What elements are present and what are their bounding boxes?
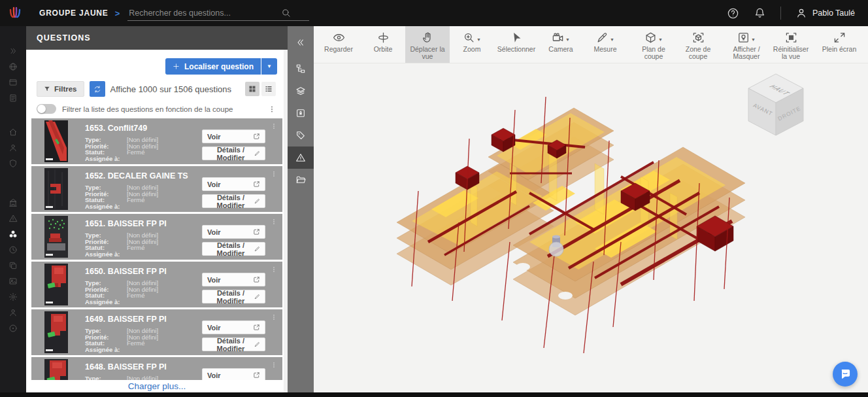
- question-thumbnail: [44, 359, 68, 380]
- question-card[interactable]: 1652. DECALER GAINE TS Type:[Non défini]…: [31, 166, 282, 212]
- circle-dot-icon: [8, 324, 18, 333]
- strip-item-lock-box[interactable]: [288, 102, 314, 124]
- navigation-cube[interactable]: HAUT AVANT DROITE: [748, 74, 803, 135]
- question-fields: Type:[Non défini] Priorité:[Non défini] …: [85, 184, 188, 209]
- toolbar-measure[interactable]: ▼Mesure: [583, 26, 627, 63]
- sidebar-item-cubes[interactable]: [0, 226, 26, 242]
- question-fields: Type:[Non défini] Priorité:[Non défini] …: [85, 375, 167, 380]
- user-icon: [795, 7, 807, 19]
- list-view-button[interactable]: [261, 82, 276, 96]
- group-name[interactable]: GROUPE JAUNE: [39, 9, 108, 18]
- sidebar-item-bank[interactable]: [0, 195, 26, 211]
- strip-item-warning[interactable]: [288, 147, 314, 169]
- view-question-button[interactable]: Voir: [202, 273, 265, 286]
- app-logo: [0, 5, 30, 22]
- strip-item-folder[interactable]: [288, 169, 314, 191]
- card-kebab-icon[interactable]: [271, 170, 277, 178]
- sidebar-item-warning[interactable]: [0, 211, 26, 226]
- strip-item-collapse-left[interactable]: [288, 31, 314, 54]
- toolbar-gear[interactable]: Options: [861, 26, 868, 63]
- view-question-button[interactable]: Voir: [202, 177, 265, 191]
- load-more-link[interactable]: Charger plus...: [31, 380, 282, 392]
- top-bar: GROUPE JAUNE > Pablo Taulé: [0, 0, 868, 26]
- toolbar-reset-view[interactable]: Réinitialiser la vue: [769, 26, 813, 63]
- sidebar-item-home[interactable]: [0, 124, 26, 140]
- section-box-icon: [692, 31, 705, 44]
- toolbar-hand[interactable]: Déplacer la vue: [405, 26, 450, 63]
- topbar-divider: [780, 7, 781, 20]
- strip-item-layers[interactable]: [288, 80, 314, 102]
- breadcrumb-chevron-icon: >: [115, 9, 120, 18]
- toolbar-label: Zone de coupe: [680, 46, 716, 60]
- sidebar-item-copy[interactable]: [0, 258, 26, 273]
- toolbar-section-box[interactable]: Zone de coupe: [676, 26, 720, 63]
- question-card[interactable]: 1653. Conflit749 Type:[Non défini] Prior…: [31, 118, 282, 164]
- toolbar-eye[interactable]: Regarder: [316, 26, 361, 63]
- sidebar-item-clock[interactable]: [0, 242, 26, 258]
- question-card[interactable]: 1649. BAISSER FP PI Type:[Non défini] Pr…: [31, 309, 282, 355]
- edit-question-button[interactable]: Détails / Modifier: [202, 337, 265, 351]
- card-kebab-icon[interactable]: [271, 266, 277, 273]
- question-card[interactable]: 1651. BAISSER FP PI Type:[Non défini] Pr…: [31, 214, 282, 260]
- warning-icon: [8, 214, 18, 223]
- toolbar-bulb-box[interactable]: ▼Afficher / Masquer: [724, 26, 769, 63]
- panel-title: QUESTIONS: [26, 26, 288, 50]
- strip-item-tag[interactable]: [288, 124, 314, 147]
- sidebar-item-chevrons-right[interactable]: [0, 43, 26, 59]
- view-question-button[interactable]: Voir: [202, 368, 265, 380]
- localize-question-button[interactable]: Localiser question: [165, 58, 261, 75]
- toolbar-zoom-in[interactable]: ▼Zoom: [450, 26, 494, 63]
- viewer-3d[interactable]: HAUT AVANT DROITE RegarderOrbiteDéplacer…: [314, 26, 868, 392]
- question-title: 1649. BAISSER FP PI: [85, 315, 167, 324]
- card-panel-icon: [8, 78, 18, 87]
- sidebar-item-image[interactable]: [0, 273, 26, 289]
- toolbar-cursor[interactable]: Sélectionner: [494, 26, 539, 63]
- external-link-icon: [253, 324, 260, 331]
- reset-view-icon: [785, 31, 797, 44]
- view-question-button[interactable]: Voir: [202, 320, 265, 334]
- view-question-button[interactable]: Voir: [202, 225, 265, 239]
- card-kebab-icon[interactable]: [271, 313, 277, 321]
- localize-question-dropdown[interactable]: ▼: [261, 58, 277, 75]
- grid-view-button[interactable]: [245, 82, 259, 96]
- view-question-button[interactable]: Voir: [202, 129, 265, 143]
- toolbar-video-camera[interactable]: ▼Camera: [539, 26, 583, 63]
- hand-icon: [422, 31, 434, 44]
- user-menu[interactable]: Pablo Taulé: [795, 7, 855, 19]
- toolbar-fullscreen[interactable]: Plein écran: [817, 26, 861, 63]
- clock-icon: [8, 245, 18, 254]
- chat-button[interactable]: [833, 362, 858, 387]
- section-filter-toggle[interactable]: [37, 104, 56, 114]
- edit-question-button[interactable]: Détails / Modifier: [202, 147, 265, 160]
- strip-item-tree[interactable]: [288, 58, 314, 80]
- sidebar-item-card-panel[interactable]: [0, 75, 26, 90]
- question-card[interactable]: 1648. BAISSER FP PI Type:[Non défini] Pr…: [31, 357, 282, 380]
- measure-icon: [596, 31, 609, 44]
- filters-button[interactable]: Filtres: [37, 81, 84, 97]
- caret-down-icon: ▼: [476, 37, 481, 42]
- card-kebab-icon[interactable]: [271, 218, 277, 226]
- question-card[interactable]: 1650. BAISSER FP PI Type:[Non défini] Pr…: [31, 262, 282, 307]
- toolbar-section-plane[interactable]: ▼Plan de coupe: [631, 26, 676, 63]
- card-kebab-icon[interactable]: [271, 361, 277, 369]
- sidebar-item-globe[interactable]: [0, 59, 26, 75]
- model-canvas[interactable]: HAUT AVANT DROITE: [314, 26, 868, 392]
- panel-kebab-icon[interactable]: [268, 105, 276, 114]
- help-icon[interactable]: [727, 7, 739, 20]
- sidebar-item-shield[interactable]: [0, 156, 26, 171]
- edit-question-button[interactable]: Détails / Modifier: [202, 194, 265, 208]
- sidebar-item-person2[interactable]: [0, 305, 26, 320]
- edit-question-button[interactable]: Détails / Modifier: [202, 242, 265, 256]
- notifications-icon[interactable]: [754, 7, 766, 20]
- refresh-icon: [93, 85, 101, 94]
- sidebar-item-person[interactable]: [0, 140, 26, 156]
- sidebar-item-circle-dot[interactable]: [0, 320, 26, 336]
- card-kebab-icon[interactable]: [271, 122, 277, 130]
- edit-question-button[interactable]: Détails / Modifier: [202, 290, 265, 303]
- toolbar-orbit[interactable]: Orbite: [361, 26, 405, 63]
- external-link-icon: [253, 181, 260, 188]
- toolbar-label: Sélectionner: [497, 46, 535, 53]
- refresh-button[interactable]: [90, 81, 105, 97]
- sidebar-item-gear[interactable]: [0, 289, 26, 305]
- sidebar-item-document[interactable]: [0, 90, 26, 106]
